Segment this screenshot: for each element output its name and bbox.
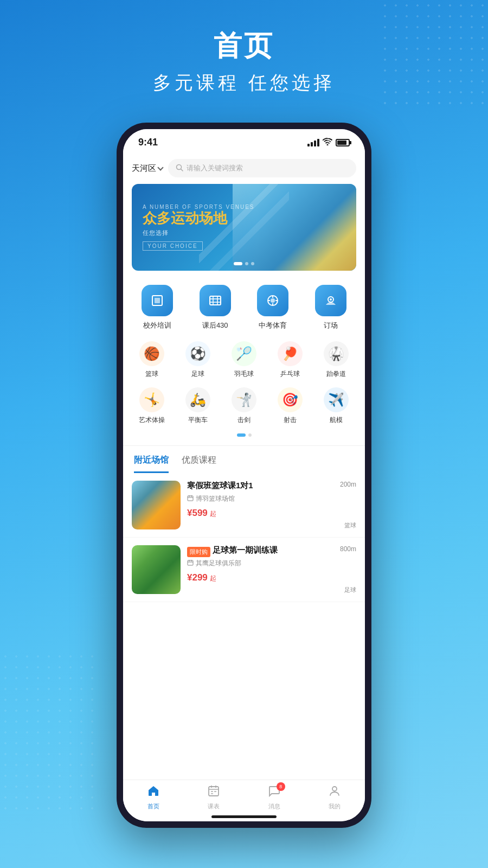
list-item-2-info: 限时购 足球第一期训练课 其鹰足球俱乐部 ¥299 (187, 545, 323, 594)
svg-rect-17 (188, 496, 193, 501)
sport-label-gymnastics: 艺术体操 (139, 416, 165, 425)
category-label-kehou: 课后430 (202, 321, 228, 330)
banner-subtitle: 任您选择 (143, 229, 255, 237)
search-box[interactable]: 请输入关键词搜索 (168, 159, 356, 177)
banner-dot-3 (251, 262, 254, 265)
location-selector[interactable]: 天河区 (132, 163, 163, 174)
list-item-1-price: ¥599 起 (187, 508, 323, 519)
schedule-nav-icon (207, 784, 220, 801)
category-label-dingchang: 订场 (324, 321, 338, 330)
search-icon (176, 164, 183, 173)
nav-item-profile[interactable]: 我的 (328, 784, 341, 810)
list-item-1-meta: 200m 篮球 (329, 481, 356, 529)
list-item-2-tag: 足球 (344, 586, 356, 594)
banner[interactable]: A NUMBER OF SPORTS VENUES 众多运动场地 任您选择 YO… (132, 184, 356, 271)
sport-item-aeromodel[interactable]: ✈️ 航模 (316, 387, 357, 425)
page-header: 首页 多元课程 任您选择 (153, 0, 335, 112)
category-item-dingchang[interactable]: 订场 (315, 285, 346, 330)
sport-item-balance[interactable]: 🛵 平衡车 (177, 387, 219, 425)
limited-badge: 限时购 (187, 547, 210, 557)
svg-line-1 (181, 169, 183, 171)
sport-icon-shooting: 🎯 (278, 387, 303, 412)
status-bar: 9:41 (123, 129, 365, 152)
sport-label-tabletennis: 乒乓球 (280, 369, 300, 379)
nav-item-messages[interactable]: 8 消息 (268, 784, 281, 810)
list-item-2-title-row: 限时购 足球第一期训练课 (187, 545, 323, 559)
nav-item-home[interactable]: 首页 (147, 784, 160, 810)
tabs: 附近场馆 优质课程 (123, 446, 365, 473)
profile-nav-icon (328, 784, 341, 801)
sport-label-taekwondo: 跆拳道 (326, 369, 346, 379)
sport-dot-2 (248, 433, 252, 437)
sport-item-basketball[interactable]: 🏀 篮球 (131, 341, 172, 379)
category-label-waixi: 校外培训 (143, 321, 171, 330)
sport-item-tabletennis[interactable]: 🏓 乒乓球 (269, 341, 311, 379)
banner-content: A NUMBER OF SPORTS VENUES 众多运动场地 任您选择 YO… (132, 184, 356, 271)
phone-frame: 9:41 (117, 123, 371, 828)
sport-label-balance: 平衡车 (188, 416, 208, 425)
status-icons (307, 138, 350, 148)
category-icon-waixi (142, 285, 173, 316)
banner-dot-1 (234, 262, 242, 265)
nav-label-home: 首页 (147, 802, 159, 810)
sport-item-taekwondo[interactable]: 🥋 跆拳道 (316, 341, 357, 379)
svg-rect-21 (188, 560, 193, 565)
sport-label-shooting: 射击 (284, 416, 297, 425)
sport-item-soccer[interactable]: ⚽ 足球 (177, 341, 219, 379)
sport-grid: 🏀 篮球 ⚽ 足球 🏸 羽毛球 🏓 乒乓球 (123, 337, 365, 429)
tab-quality[interactable]: 优质课程 (182, 455, 216, 473)
sport-row-1: 🏀 篮球 ⚽ 足球 🏸 羽毛球 🏓 乒乓球 (123, 337, 365, 383)
page-title: 首页 (153, 27, 335, 65)
page-subtitle: 多元课程 任您选择 (153, 71, 335, 95)
battery-icon (336, 139, 350, 146)
list-item-2-venue: 其鹰足球俱乐部 (187, 559, 323, 568)
chevron-down-icon (157, 164, 163, 170)
list-item-1-title: 寒假班篮球课1对1 (187, 481, 323, 491)
sport-icon-gymnastics: 🤸 (139, 387, 164, 412)
app-content[interactable]: 天河区 请输入关键词搜索 A NUMBER OF SPORTS VEN (123, 152, 365, 820)
sport-item-fencing[interactable]: 🤺 击剑 (223, 387, 265, 425)
svg-rect-25 (209, 787, 219, 796)
message-badge-count: 8 (277, 782, 285, 791)
sport-item-badminton[interactable]: 🏸 羽毛球 (223, 341, 265, 379)
sport-pagination (123, 429, 365, 443)
banner-choice-text: YOUR CHOICE (143, 241, 203, 251)
message-badge-container: 8 (268, 784, 281, 801)
phone-screen: 9:41 (123, 129, 365, 821)
tabs-container: 附近场馆 优质课程 (123, 445, 365, 473)
list-item-2-title: 足球第一期训练课 (213, 545, 278, 556)
status-time: 9:41 (138, 137, 158, 148)
svg-rect-3 (155, 298, 160, 303)
category-item-kehou[interactable]: 课后430 (200, 285, 231, 330)
sport-icon-fencing: 🤺 (232, 387, 256, 412)
nav-label-profile: 我的 (329, 802, 341, 810)
sport-icon-balance: 🛵 (185, 387, 210, 412)
banner-dot-2 (245, 262, 248, 265)
sport-icon-basketball: 🏀 (139, 341, 164, 366)
tab-nearby[interactable]: 附近场馆 (134, 455, 169, 473)
list-item-2-image (132, 545, 181, 594)
list-item-1-image (132, 481, 181, 529)
svg-rect-4 (210, 296, 221, 305)
category-item-waixi[interactable]: 校外培训 (142, 285, 173, 330)
sport-label-badminton: 羽毛球 (234, 369, 254, 379)
bg-decoration-top (380, 0, 488, 108)
sport-item-shooting[interactable]: 🎯 射击 (269, 387, 311, 425)
banner-small-text: A NUMBER OF SPORTS VENUES (143, 204, 255, 210)
wifi-icon (323, 138, 332, 148)
nav-item-schedule[interactable]: 课表 (207, 784, 220, 810)
list-item-2[interactable]: 限时购 足球第一期训练课 其鹰足球俱乐部 ¥299 (123, 538, 365, 602)
svg-point-10 (271, 298, 275, 303)
category-icon-kehou (200, 285, 231, 316)
sport-label-basketball: 篮球 (145, 369, 158, 379)
home-indicator (211, 815, 277, 818)
location-text: 天河区 (132, 163, 156, 174)
nav-label-schedule: 课表 (208, 802, 220, 810)
category-label-zhongkao: 中考体育 (259, 321, 287, 330)
list-item-1[interactable]: 寒假班篮球课1对1 博羽篮球场馆 ¥599 起 (123, 473, 365, 538)
category-icon-zhongkao (257, 285, 288, 316)
list-item-2-distance: 800m (340, 545, 356, 553)
sport-item-gymnastics[interactable]: 🤸 艺术体操 (131, 387, 172, 425)
category-icon-dingchang (315, 285, 346, 316)
category-item-zhongkao[interactable]: 中考体育 (257, 285, 288, 330)
